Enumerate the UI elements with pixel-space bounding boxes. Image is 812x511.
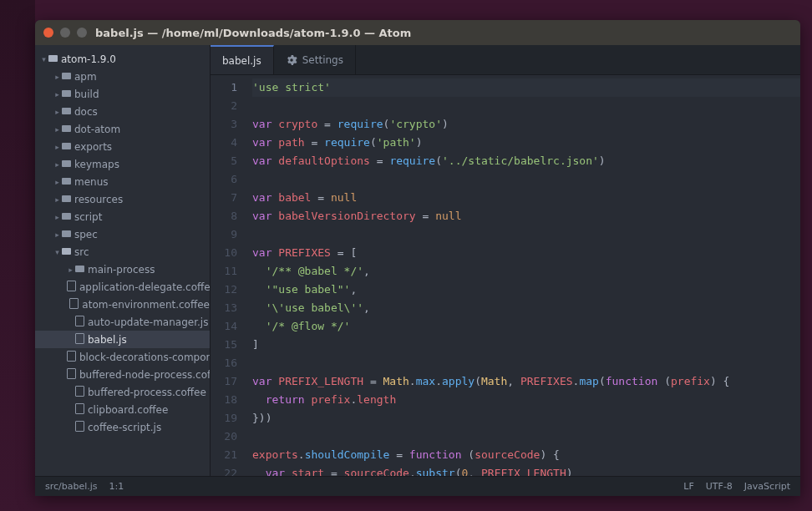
line-number[interactable]: 21 [211,446,237,464]
tree-folder[interactable]: ▸exports [35,138,210,155]
code-line[interactable] [252,97,800,115]
code-line[interactable]: var PREFIXES = [ [252,244,800,262]
tree-folder[interactable]: ▸spec [35,225,210,243]
code-line[interactable]: ] [252,336,800,354]
tab-settings[interactable]: Settings [274,45,356,74]
window-title: babel.js — /home/ml/Downloads/atom-1.9.0… [95,27,411,39]
code-line[interactable] [252,354,800,372]
code-line[interactable]: '\'use babel\'', [252,299,800,317]
code-line[interactable]: 'use strict' [252,78,800,97]
code-line[interactable]: var babelVersionDirectory = null [252,207,800,225]
tab-bar[interactable]: babel.jsSettings [211,45,800,75]
status-eol[interactable]: LF [683,481,693,492]
code-line[interactable]: '/* @flow */' [252,317,800,336]
tree-file[interactable]: block-decorations-component.coffee [35,348,210,366]
atom-window: babel.js — /home/ml/Downloads/atom-1.9.0… [35,20,800,496]
line-number[interactable]: 19 [211,409,237,428]
tree-file[interactable]: babel.js [35,331,210,348]
code-line[interactable]: '"use babel"', [252,281,800,299]
tree-folder[interactable]: ▸apm [35,68,210,85]
tree-root[interactable]: ▾atom-1.9.0 [35,50,210,68]
line-number[interactable]: 17 [211,372,237,391]
line-number[interactable]: 12 [211,281,237,299]
line-number[interactable]: 20 [211,428,237,446]
line-number[interactable]: 10 [211,244,237,262]
status-bar: src/babel.js 1:1 LF UTF-8 JavaScript [35,476,800,496]
code-line[interactable]: return prefix.length [252,391,800,409]
code-line[interactable]: var babel = null [252,189,800,207]
tree-folder[interactable]: ▸build [35,85,210,103]
code-line[interactable]: })) [252,409,800,428]
code-line[interactable] [252,428,800,446]
code-line[interactable]: var path = require('path') [252,134,800,152]
code-line[interactable] [252,170,800,189]
titlebar[interactable]: babel.js — /home/ml/Downloads/atom-1.9.0… [35,20,800,45]
window-buttons [43,28,87,38]
tree-file[interactable]: atom-environment.coffee [35,296,210,313]
status-encoding[interactable]: UTF-8 [706,481,733,492]
status-language[interactable]: JavaScript [744,481,790,492]
line-number[interactable]: 3 [211,115,237,134]
code-line[interactable]: exports.shouldCompile = function (source… [252,446,800,464]
line-number[interactable]: 4 [211,134,237,152]
line-number[interactable]: 11 [211,262,237,281]
maximize-button[interactable] [77,28,87,38]
line-gutter[interactable]: 12345678910111213141516171819202122 [211,75,247,476]
tree-folder[interactable]: ▸dot-atom [35,120,210,138]
code-area[interactable]: 'use strict' var crypto = require('crypt… [247,75,800,476]
tree-file[interactable]: auto-update-manager.js [35,313,210,331]
tree-file[interactable]: buffered-node-process.coffee [35,366,210,383]
line-number[interactable]: 22 [211,464,237,476]
editor[interactable]: 12345678910111213141516171819202122 'use… [211,75,800,476]
tree-file[interactable]: clipboard.coffee [35,401,210,418]
line-number[interactable]: 16 [211,354,237,372]
tab-babel-js[interactable]: babel.js [211,45,274,74]
gear-icon [286,54,297,66]
line-number[interactable]: 9 [211,225,237,244]
tree-folder[interactable]: ▸menus [35,173,210,190]
minimize-button[interactable] [60,28,70,38]
code-line[interactable]: var start = sourceCode.substr(0, PREFIX_… [252,464,800,476]
close-button[interactable] [43,28,53,38]
line-number[interactable]: 5 [211,152,237,170]
line-number[interactable]: 14 [211,317,237,336]
line-number[interactable]: 8 [211,207,237,225]
tree-file[interactable]: buffered-process.coffee [35,383,210,401]
unity-launcher [0,0,35,511]
code-line[interactable] [252,225,800,244]
tree-folder[interactable]: ▸main-process [35,261,210,278]
line-number[interactable]: 1 [211,78,237,97]
file-tree[interactable]: ▾atom-1.9.0▸apm▸build▸docs▸dot-atom▸expo… [35,45,211,476]
line-number[interactable]: 15 [211,336,237,354]
line-number[interactable]: 13 [211,299,237,317]
tree-folder[interactable]: ▾src [35,243,210,261]
status-path[interactable]: src/babel.js [45,481,98,492]
tree-folder[interactable]: ▸docs [35,103,210,120]
line-number[interactable]: 7 [211,189,237,207]
code-line[interactable]: var crypto = require('crypto') [252,115,800,134]
line-number[interactable]: 18 [211,391,237,409]
line-number[interactable]: 2 [211,97,237,115]
line-number[interactable]: 6 [211,170,237,189]
code-line[interactable]: '/** @babel */', [252,262,800,281]
status-cursor[interactable]: 1:1 [109,481,124,492]
code-line[interactable]: var defaultOptions = require('../static/… [252,152,800,170]
tree-folder[interactable]: ▸resources [35,190,210,208]
tree-folder[interactable]: ▸keymaps [35,155,210,173]
tree-file[interactable]: coffee-script.js [35,418,210,436]
tree-folder[interactable]: ▸script [35,208,210,225]
code-line[interactable]: var PREFIX_LENGTH = Math.max.apply(Math,… [252,372,800,391]
tree-file[interactable]: application-delegate.coffee [35,278,210,296]
